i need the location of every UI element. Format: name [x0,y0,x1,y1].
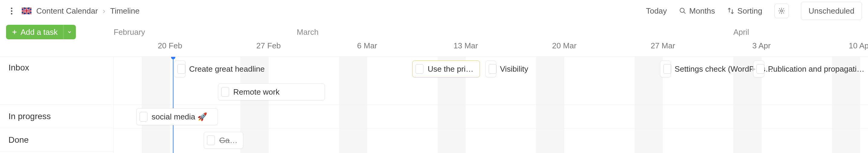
kebab-menu-icon[interactable] [6,5,17,16]
month-label: March [297,28,318,37]
chevron-right-icon: › [103,6,105,16]
task-card[interactable] [174,60,185,78]
task-card[interactable]: Remote work [218,84,325,100]
date-tick: 6 Mar [357,41,377,51]
zoom-button[interactable]: Months [679,6,715,16]
task-title: Remote work [233,87,284,97]
today-button[interactable]: Today [646,6,667,16]
add-task-caret[interactable] [63,25,76,39]
lane-label-inprogress[interactable]: In progress [0,104,113,128]
date-tick: 20 Feb [158,41,182,51]
svg-point-3 [781,10,783,12]
task-checkbox[interactable] [489,64,497,74]
task-checkbox[interactable] [415,64,424,74]
settings-button[interactable] [774,4,789,18]
task-checkbox[interactable] [663,64,671,74]
task-card[interactable]: social media 🚀 [136,108,218,125]
gear-icon [778,7,785,14]
dependency-arrow-icon [752,67,755,71]
month-labels: FebruaryMarchApril [114,22,868,39]
chevron-down-icon [67,30,72,34]
date-tick: 27 Feb [256,41,281,51]
magnifier-icon [679,7,686,14]
unscheduled-button[interactable]: Unscheduled [801,2,862,20]
lanes-sidebar: InboxIn progressDone [0,57,114,153]
task-checkbox[interactable] [140,112,148,122]
date-ruler: 20 Feb27 Feb6 Mar13 Mar20 Mar27 Mar3 Apr… [114,39,868,57]
task-title[interactable]: Publication and propagati… [768,60,864,78]
today-marker [173,57,174,153]
sorting-button[interactable]: Sorting [727,6,762,16]
task-checkbox[interactable] [178,64,185,74]
date-tick: 13 Mar [454,41,478,51]
lanes-timeline[interactable]: Create great headlineUse the prima…Visib… [114,57,868,153]
task-title[interactable]: Create great headline [189,60,265,78]
breadcrumb-view[interactable]: Timeline [110,6,139,16]
task-title[interactable]: Visibility [500,60,528,78]
header-bar: Content Calendar › Timeline Today Months… [0,0,868,22]
lane-label-done[interactable]: Done [0,128,113,152]
flag-uk-icon [22,7,31,14]
date-tick: 10 Apr [849,41,868,51]
task-card[interactable]: Use the prima… [412,60,480,78]
date-tick: 20 Mar [552,41,577,51]
month-label: April [733,28,749,37]
month-label: February [114,28,145,37]
date-tick: 3 Apr [752,41,771,51]
task-title: Use the prima… [428,64,479,74]
svg-line-2 [684,12,685,13]
task-checkbox[interactable] [756,64,764,74]
task-card[interactable] [660,60,671,78]
date-tick: 27 Mar [651,41,675,51]
breadcrumb: Content Calendar › Timeline [22,6,140,16]
lane-label-inbox[interactable]: Inbox [0,57,113,104]
svg-point-1 [680,8,684,12]
header-actions: Today Months Sorting Unscheduled [646,2,862,20]
task-card[interactable] [485,60,496,78]
task-title: Gantt Charts [219,136,243,145]
add-task-button[interactable]: Add a task [6,25,76,39]
plus-icon [11,29,18,35]
breadcrumb-project[interactable]: Content Calendar [36,6,98,16]
task-checkbox[interactable] [207,135,215,145]
task-checkbox[interactable] [221,87,229,97]
sort-arrows-icon [727,7,735,14]
task-card[interactable]: Gantt Charts [204,132,243,149]
add-task-label: Add a task [21,28,58,37]
task-title: social media 🚀 [152,112,212,122]
